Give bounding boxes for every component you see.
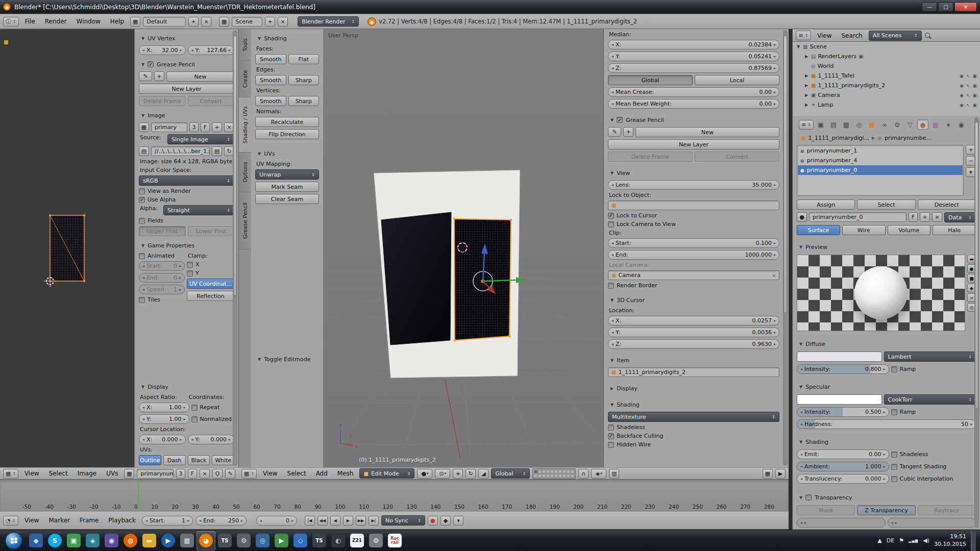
current-frame-field[interactable]: 0 (256, 516, 297, 525)
prev-keyframe-button[interactable]: ◀◀ (317, 516, 328, 525)
tab-shading-uvs[interactable]: Shading / UVs (239, 97, 251, 153)
start-button[interactable] (5, 532, 22, 549)
scene-name[interactable]: Scene (232, 17, 262, 27)
uv-outline-toggle[interactable]: Outline (139, 455, 161, 465)
shadeless-checkbox[interactable]: Shadeless (891, 449, 976, 459)
editor-type-button-info[interactable]: ⓘ (3, 17, 19, 27)
tl-menu-view[interactable]: View (21, 516, 42, 525)
image-datablock-name[interactable]: primarynumber_1.p... (137, 469, 174, 479)
emit-slider[interactable]: Emit:0.00 (797, 449, 889, 459)
menu-window[interactable]: Window (73, 17, 104, 26)
app-play[interactable]: ▶ (272, 531, 291, 550)
opengl-render-anim-button[interactable]: ▶ (775, 469, 786, 479)
maximize-button[interactable]: □ (938, 2, 953, 12)
cursor-y-field[interactable]: Y:0.000 (188, 435, 235, 444)
scene-add-button[interactable]: + (265, 17, 275, 27)
layers-widget[interactable] (532, 468, 576, 479)
clamp-y-checkbox[interactable]: Y (187, 270, 234, 277)
mode-select[interactable]: ■Edit Mode (359, 468, 414, 479)
recalculate-button[interactable]: Recalculate (255, 117, 319, 127)
expander-icon[interactable]: ▶ (804, 54, 809, 59)
hardness-slider[interactable]: Hardness:50 (797, 419, 976, 429)
tab-particles[interactable]: ∗ (943, 119, 954, 130)
play-button[interactable]: ▶ (343, 516, 353, 525)
section-item[interactable]: Item (608, 355, 779, 365)
edges-smooth-button[interactable]: Smooth (255, 75, 286, 85)
link-data-select[interactable]: Data (944, 212, 976, 222)
specular-intensity-slider[interactable]: Intensity:0.500 (797, 407, 889, 417)
grease-pencil-draw-icon[interactable]: ✎ (139, 71, 152, 81)
tab-modifiers[interactable]: ⚙ (892, 119, 903, 130)
uv-coordinates-toggle[interactable]: UV Coordinat... (187, 279, 234, 289)
renderability-icon[interactable]: ▣ (972, 103, 977, 108)
alpha-mode-select[interactable]: Straight (163, 205, 234, 215)
aspect-y-field[interactable]: Y:1.00 (139, 414, 189, 424)
image-users-badge[interactable]: 3 (176, 469, 185, 479)
properties-scrollbar[interactable] (974, 117, 979, 528)
uv-props-scrollbar[interactable] (233, 31, 237, 466)
clip-end-field[interactable]: End:1000.000 (608, 250, 779, 260)
z21[interactable]: Z21 (348, 531, 366, 550)
visibility-icon[interactable]: ◉ (960, 83, 964, 88)
viewport-shading-button[interactable]: ●▾ (417, 469, 432, 479)
local-toggle[interactable]: Local (695, 75, 779, 85)
lens-field[interactable]: Lens:35.000 (608, 180, 779, 190)
uv-white-toggle[interactable]: White (212, 455, 234, 465)
n-panel-scrollbar[interactable] (783, 31, 788, 466)
diffuse-shader-select[interactable]: Lambert (884, 352, 976, 362)
normalized-checkbox[interactable]: Normalized (191, 414, 235, 424)
settings-gear[interactable]: ⚙ (234, 531, 253, 550)
volume-mode-button[interactable]: Volume (888, 225, 931, 235)
colorspace-select[interactable]: sRGB (139, 176, 234, 186)
image-filepath-field[interactable]: //..\..\..\..\..\...ber_1.png (151, 146, 210, 156)
partial-slider-right[interactable] (888, 518, 976, 528)
mean-bevel-weight-field[interactable]: Mean Bevel Weight:0.00 (608, 99, 779, 109)
select-button[interactable]: Select (857, 199, 915, 210)
section-uv-vertex[interactable]: UV Vertex (139, 33, 234, 43)
editor-type-button-3d[interactable]: ▦ (241, 469, 257, 479)
tab-options[interactable]: Options (239, 153, 251, 192)
uv-menu-view[interactable]: View (21, 469, 42, 478)
grease-pencil-new-layer-button[interactable]: New Layer (139, 84, 234, 94)
gp3d-convert-button[interactable]: Convert (695, 152, 779, 162)
tab-create[interactable]: Create (239, 61, 251, 97)
record-button[interactable]: ● (428, 516, 438, 525)
lock-to-cursor-checkbox[interactable]: Lock to Cursor (608, 212, 779, 219)
outliner-row-lamp[interactable]: ▶ ☀ Lamp ◉↖▣ (793, 100, 980, 110)
screen-layout-name[interactable]: Default (143, 17, 186, 27)
tab-world[interactable]: ◎ (853, 119, 865, 130)
v3d-menu-view[interactable]: View (259, 469, 281, 478)
section-shading[interactable]: Shading (255, 33, 319, 43)
opengl-render-still-button[interactable]: ▦ (763, 469, 773, 479)
renderability-icon[interactable]: ▣ (972, 83, 977, 88)
uv-dash-toggle[interactable]: Dash (163, 455, 186, 465)
expander-icon[interactable]: ▶ (804, 93, 809, 97)
editor-type-button-timeline[interactable]: ◔ (3, 516, 18, 525)
uv-vertex-y-field[interactable]: Y:127.66 (188, 45, 235, 55)
action-center-icon[interactable]: ⚑ (899, 537, 904, 544)
visibility-icon[interactable]: ◉ (960, 103, 964, 108)
uv-menu-select[interactable]: Select (45, 469, 71, 478)
v3d-menu-select[interactable]: Select (284, 469, 310, 478)
volume-icon[interactable]: ◀) (923, 537, 929, 544)
transparency-raytrace-button[interactable]: Raytrace (918, 505, 976, 515)
cubic-interpolation-checkbox[interactable]: Cubic Interpolation (891, 474, 976, 484)
snap-element-button[interactable]: ◈▾ (591, 469, 606, 479)
cursor3d-y-field[interactable]: Y:0.0036 (608, 328, 779, 337)
app-teal[interactable]: ◈ (83, 531, 102, 550)
language-indicator[interactable]: DE (887, 537, 894, 544)
tab-object[interactable]: ■ (866, 119, 877, 130)
v3d-menu-add[interactable]: Add (312, 469, 331, 478)
app-gray[interactable]: ▦ (178, 531, 197, 550)
material-new-button[interactable]: + (920, 212, 930, 222)
screen-layout-browse-icon[interactable]: ▦ (130, 17, 140, 27)
orientation-select[interactable]: Global (491, 468, 530, 479)
open-folder-icon[interactable]: ▤ (212, 146, 222, 156)
diffuse-intensity-slider[interactable]: Intensity:0.800 (797, 364, 889, 374)
sync-mode-select[interactable]: No Sync (381, 515, 425, 525)
app-green[interactable]: ▣ (64, 531, 83, 550)
renderability-icon[interactable]: ▣ (972, 93, 977, 98)
assign-button[interactable]: Assign (797, 199, 855, 210)
screen-layout-add-button[interactable]: + (188, 17, 199, 27)
section-grease-pencil[interactable]: Grease Pencil (139, 59, 234, 69)
